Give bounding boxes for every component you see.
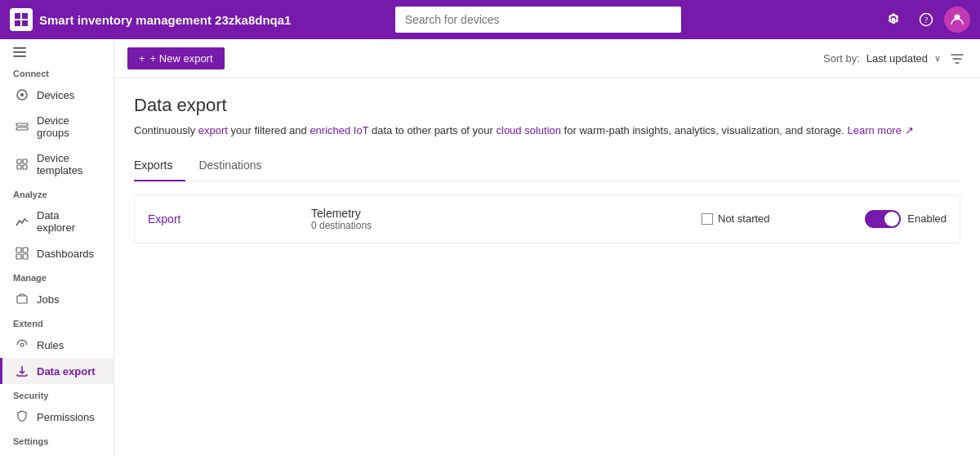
enriched-iot-link[interactable]: enriched IoT: [310, 124, 368, 136]
svg-rect-21: [23, 254, 28, 259]
export-name-link[interactable]: Export: [148, 212, 311, 226]
tabs: Exports Destinations: [134, 152, 960, 181]
table-row: Export Telemetry 0 destinations Not star…: [135, 195, 960, 243]
section-label-analyze: Analyze: [0, 183, 114, 203]
sidebar-item-device-groups[interactable]: Device groups: [0, 108, 114, 145]
devices-icon: [16, 88, 29, 101]
svg-rect-3: [22, 20, 28, 26]
svg-rect-8: [13, 51, 26, 53]
content-area: + + New export Sort by: Last updated ∨ D…: [114, 39, 980, 456]
dashboards-label: Dashboards: [37, 248, 94, 260]
new-export-button[interactable]: + + New export: [127, 47, 225, 69]
topbar-actions: ?: [879, 5, 970, 34]
learn-more-link[interactable]: Learn more ↗: [847, 124, 913, 136]
devices-label: Devices: [37, 89, 74, 101]
export-toggle-col: Enabled: [849, 210, 947, 228]
page-content: Data export Continuously export your fil…: [114, 78, 980, 456]
section-label-extend: Extend: [0, 312, 114, 332]
svg-rect-17: [23, 165, 27, 169]
sort-prefix: Sort by:: [823, 52, 860, 65]
permissions-label: Permissions: [37, 411, 95, 423]
data-explorer-label: Data explorer: [37, 209, 100, 234]
sidebar-item-jobs[interactable]: Jobs: [0, 286, 114, 312]
export-link[interactable]: export: [198, 124, 228, 136]
cloud-solution-link[interactable]: cloud solution: [497, 124, 562, 136]
export-status-col: Not started: [702, 212, 849, 225]
permissions-icon: [16, 410, 29, 423]
toggle-thumb: [884, 212, 899, 226]
svg-rect-22: [17, 296, 27, 303]
sort-value[interactable]: Last updated: [866, 52, 928, 65]
sort-chevron-icon[interactable]: ∨: [934, 53, 941, 64]
sidebar-item-devices[interactable]: Devices: [0, 82, 114, 108]
enabled-toggle[interactable]: [865, 210, 901, 228]
new-export-plus: +: [139, 52, 145, 65]
device-groups-icon: [16, 120, 29, 133]
toggle-track[interactable]: [865, 210, 901, 228]
svg-rect-12: [16, 123, 28, 126]
main-layout: Connect Devices Device groups Device tem…: [0, 39, 980, 456]
svg-rect-1: [22, 13, 28, 19]
enabled-label: Enabled: [907, 212, 947, 225]
app-title: Smart inventory management 23zka8dnqa1: [39, 13, 291, 27]
data-explorer-icon: [16, 215, 29, 228]
page-description: Continuously export your filtered and en…: [134, 123, 960, 139]
export-list: Export Telemetry 0 destinations Not star…: [134, 194, 960, 244]
toolbar: + + New export Sort by: Last updated ∨: [114, 39, 980, 78]
sidebar-item-permissions[interactable]: Permissions: [0, 404, 114, 430]
help-button[interactable]: ?: [911, 5, 941, 34]
svg-text:?: ?: [924, 15, 929, 25]
tab-destinations[interactable]: Destinations: [185, 152, 274, 181]
data-export-label: Data export: [37, 365, 96, 378]
toolbar-sort: Sort by: Last updated ∨: [823, 49, 967, 69]
filter-icon: [951, 52, 964, 65]
rules-icon: [16, 338, 29, 351]
svg-rect-20: [16, 254, 21, 259]
svg-rect-19: [23, 248, 28, 253]
svg-point-11: [20, 93, 24, 96]
jobs-label: Jobs: [37, 293, 59, 306]
svg-rect-0: [15, 13, 20, 19]
settings-button[interactable]: [879, 5, 908, 34]
filter-button[interactable]: [947, 49, 967, 69]
device-templates-label: Device templates: [37, 152, 100, 177]
tab-exports[interactable]: Exports: [134, 152, 185, 181]
export-type: Telemetry: [311, 207, 702, 220]
sidebar-item-device-templates[interactable]: Device templates: [0, 145, 114, 183]
new-export-label: + New export: [150, 52, 213, 65]
page-title: Data export: [134, 95, 960, 116]
hamburger-button[interactable]: [0, 46, 114, 59]
svg-rect-14: [17, 159, 21, 163]
search-container: [395, 7, 681, 33]
svg-rect-18: [16, 248, 21, 253]
app-logo: Smart inventory management 23zka8dnqa1: [10, 8, 291, 31]
svg-rect-2: [15, 20, 20, 26]
user-avatar-button[interactable]: [944, 7, 970, 33]
dashboards-icon: [16, 247, 29, 260]
export-destinations: 0 destinations: [311, 220, 702, 231]
jobs-icon: [16, 293, 29, 306]
rules-label: Rules: [37, 339, 64, 351]
device-templates-icon: [16, 158, 29, 171]
search-input[interactable]: [395, 7, 681, 33]
app-logo-icon: [10, 8, 33, 31]
svg-rect-7: [13, 47, 26, 49]
svg-rect-15: [23, 159, 27, 163]
svg-rect-13: [16, 127, 28, 130]
sidebar-item-data-export[interactable]: Data export: [0, 358, 114, 384]
status-text: Not started: [718, 212, 770, 225]
topbar: Smart inventory management 23zka8dnqa1 ?: [0, 0, 980, 39]
svg-rect-16: [17, 165, 21, 169]
section-label-security: Security: [0, 384, 114, 404]
sidebar-item-data-explorer[interactable]: Data explorer: [0, 203, 114, 240]
device-groups-label: Device groups: [37, 114, 100, 139]
sidebar: Connect Devices Device groups Device tem…: [0, 39, 114, 456]
sidebar-item-rules[interactable]: Rules: [0, 332, 114, 358]
data-export-icon: [16, 364, 29, 378]
section-label-settings: Settings: [0, 430, 114, 449]
section-label-connect: Connect: [0, 62, 114, 82]
sidebar-item-dashboards[interactable]: Dashboards: [0, 240, 114, 266]
section-label-manage: Manage: [0, 266, 114, 286]
svg-point-23: [20, 343, 24, 346]
status-checkbox[interactable]: [702, 213, 713, 225]
